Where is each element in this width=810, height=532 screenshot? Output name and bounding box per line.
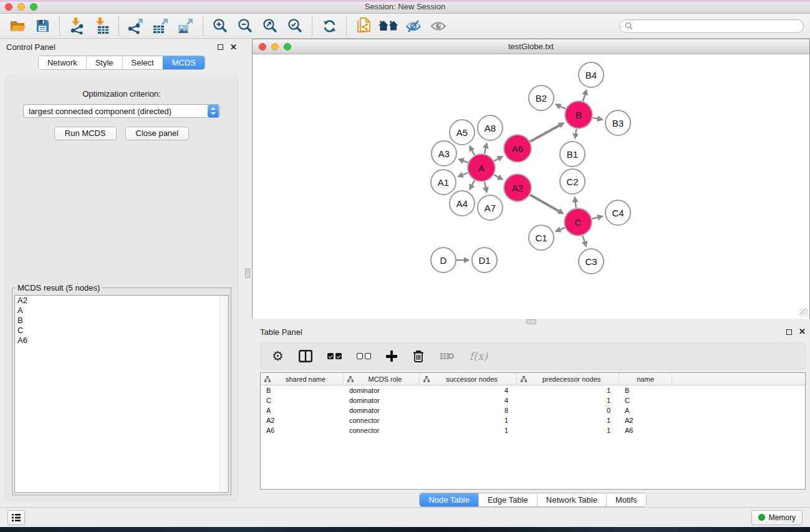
table-row[interactable]: A2connector11A2 bbox=[261, 415, 805, 425]
node-A3[interactable]: A3 bbox=[431, 140, 457, 167]
save-session-icon[interactable] bbox=[30, 15, 55, 37]
home-view-icon[interactable] bbox=[376, 15, 401, 37]
column-header-mcds-role[interactable]: MCDS role bbox=[344, 373, 420, 385]
search-input[interactable] bbox=[636, 22, 798, 31]
node-A7[interactable]: A7 bbox=[477, 195, 503, 221]
tab-motifs[interactable]: Motifs bbox=[606, 493, 646, 506]
minimize-window-button[interactable] bbox=[17, 3, 25, 11]
panel-splitter[interactable] bbox=[243, 39, 252, 507]
export-table-icon[interactable] bbox=[148, 15, 173, 37]
close-panel-icon[interactable]: ✕ bbox=[230, 44, 237, 51]
tab-network[interactable]: Network bbox=[39, 56, 86, 69]
application-window: Session: New Session bbox=[0, 0, 810, 532]
node-D1[interactable]: D1 bbox=[471, 247, 498, 273]
table-cell: 4 bbox=[420, 397, 517, 404]
zoom-fit-icon[interactable] bbox=[258, 15, 282, 37]
tab-mcds[interactable]: MCDS bbox=[163, 56, 205, 69]
close-panel-button[interactable]: Close panel bbox=[125, 127, 190, 140]
search-field[interactable] bbox=[619, 19, 804, 33]
column-header-name[interactable]: name bbox=[619, 373, 672, 385]
export-image-icon[interactable] bbox=[173, 15, 198, 37]
tab-network-table[interactable]: Network Table bbox=[537, 493, 606, 506]
node-A4[interactable]: A4 bbox=[449, 190, 475, 216]
criterion-dropdown[interactable]: largest connected component (directed) bbox=[23, 104, 220, 118]
network-window-controls bbox=[259, 43, 291, 51]
zoom-window-button[interactable] bbox=[30, 3, 37, 11]
mcds-result-item[interactable]: A2 bbox=[15, 296, 228, 306]
delete-columns-icon[interactable] bbox=[412, 349, 425, 363]
settings-icon[interactable]: ⚙ bbox=[272, 350, 284, 362]
split-view-icon[interactable] bbox=[299, 350, 312, 362]
scrollbar[interactable] bbox=[219, 296, 228, 492]
import-table-icon[interactable] bbox=[89, 15, 114, 37]
zoom-out-icon[interactable] bbox=[233, 15, 258, 37]
node-C1[interactable]: C1 bbox=[528, 225, 554, 251]
mcds-result-item[interactable]: A bbox=[15, 306, 228, 316]
node-C3[interactable]: C3 bbox=[578, 248, 604, 274]
zoom-network-button[interactable] bbox=[284, 43, 291, 51]
deselect-all-columns-icon[interactable] bbox=[357, 353, 371, 359]
node-C4[interactable]: C4 bbox=[605, 200, 631, 226]
column-header-successor-nodes[interactable]: successor nodes bbox=[420, 373, 517, 385]
float-table-panel-icon[interactable] bbox=[786, 329, 792, 335]
close-window-button[interactable] bbox=[5, 3, 12, 11]
select-all-columns-icon[interactable] bbox=[327, 353, 342, 359]
open-session-icon[interactable] bbox=[5, 15, 30, 37]
refresh-layout-icon[interactable] bbox=[317, 15, 342, 37]
node-A[interactable]: A bbox=[467, 153, 496, 182]
node-A6[interactable]: A6 bbox=[503, 134, 532, 163]
import-network-icon[interactable] bbox=[64, 15, 89, 37]
column-header-shared-name[interactable]: shared name bbox=[261, 373, 344, 385]
network-from-file-icon[interactable] bbox=[351, 15, 376, 37]
network-canvas[interactable]: B4B2BB3A8A5A6A3B1AC2A1A2A4A7C4CC1C3DD1 bbox=[253, 54, 809, 319]
title-bar: Session: New Session bbox=[0, 0, 810, 14]
node-B1[interactable]: B1 bbox=[559, 141, 586, 167]
delete-table-icon[interactable] bbox=[440, 351, 455, 361]
float-panel-icon[interactable] bbox=[218, 44, 223, 50]
node-B[interactable]: B bbox=[564, 100, 593, 129]
table-row[interactable]: Adominator80A bbox=[261, 405, 805, 415]
zoom-in-icon[interactable] bbox=[208, 15, 233, 37]
node-C[interactable]: C bbox=[564, 208, 592, 236]
splitter-grip[interactable] bbox=[245, 268, 250, 278]
node-A8[interactable]: A8 bbox=[477, 115, 503, 141]
tab-node-table[interactable]: Node Table bbox=[420, 493, 478, 506]
mcds-result-groupbox: MCDS result (5 nodes) A2ABCA6 bbox=[12, 288, 231, 495]
tab-edge-table[interactable]: Edge Table bbox=[478, 493, 537, 506]
mcds-result-item[interactable]: B bbox=[15, 316, 228, 326]
table-row[interactable]: A6connector11A6 bbox=[261, 425, 805, 435]
zoom-selected-icon[interactable] bbox=[282, 15, 307, 37]
node-D[interactable]: D bbox=[430, 247, 456, 273]
node-A5[interactable]: A5 bbox=[449, 119, 475, 145]
run-mcds-button[interactable]: Run MCDS bbox=[54, 127, 117, 140]
node-B4[interactable]: B4 bbox=[578, 62, 604, 88]
node-A1[interactable]: A1 bbox=[430, 169, 456, 195]
tab-style[interactable]: Style bbox=[86, 56, 122, 69]
export-network-icon[interactable] bbox=[123, 15, 148, 37]
column-header-predecessor-nodes[interactable]: predecessor nodes bbox=[517, 373, 619, 385]
table-cell: 0 bbox=[517, 407, 619, 414]
horizontal-splitter-grip[interactable] bbox=[526, 319, 536, 324]
node-B3[interactable]: B3 bbox=[605, 110, 631, 136]
task-history-button[interactable] bbox=[7, 510, 25, 525]
network-view-window: testGlobe.txt B4B2BB3A8A5A6A3B1AC2A1A2A4… bbox=[252, 39, 810, 319]
mcds-result-item[interactable]: A6 bbox=[15, 336, 228, 346]
node-A2[interactable]: A2 bbox=[503, 173, 532, 202]
apply-function-icon[interactable]: f(x) bbox=[470, 350, 488, 362]
resize-grip-icon[interactable] bbox=[799, 308, 808, 317]
table-row[interactable]: Bdominator41B bbox=[261, 385, 805, 395]
show-details-icon[interactable] bbox=[426, 15, 451, 37]
table-row[interactable]: Cdominator41C bbox=[261, 395, 805, 405]
memory-button[interactable]: Memory bbox=[751, 510, 803, 525]
table-cell: 1 bbox=[420, 427, 517, 434]
add-column-icon[interactable] bbox=[386, 351, 397, 362]
node-B2[interactable]: B2 bbox=[528, 85, 554, 111]
node-C2[interactable]: C2 bbox=[559, 168, 586, 195]
table-cell: A2 bbox=[261, 417, 344, 424]
minimize-network-button[interactable] bbox=[271, 43, 279, 51]
mcds-result-item[interactable]: C bbox=[15, 326, 228, 336]
tab-select[interactable]: Select bbox=[122, 56, 163, 69]
close-table-panel-icon[interactable]: ✕ bbox=[799, 329, 806, 335]
hide-details-icon[interactable] bbox=[401, 15, 426, 37]
close-network-button[interactable] bbox=[259, 43, 266, 51]
